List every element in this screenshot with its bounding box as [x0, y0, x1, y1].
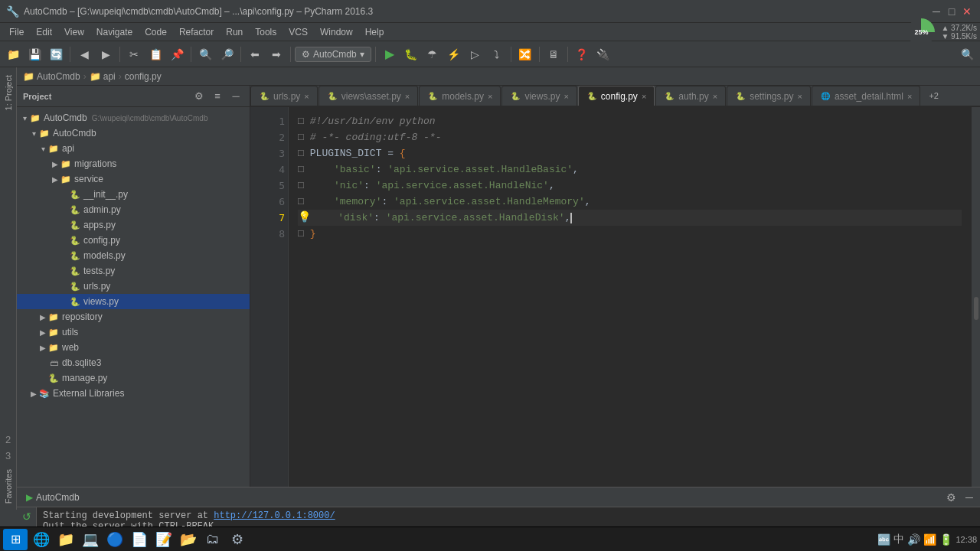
- menu-file[interactable]: File: [3, 25, 30, 39]
- tab-views-asset[interactable]: 🐍 views\asset.py ×: [318, 86, 418, 106]
- run-server-link[interactable]: http://127.0.0.1:8000/: [214, 510, 335, 521]
- toolbar-paste-btn[interactable]: 📌: [167, 44, 187, 64]
- panel-close-btn[interactable]: ─: [228, 89, 243, 104]
- tree-item-repository[interactable]: ▶ 📁 repository: [17, 309, 250, 324]
- tab-close-views-asset[interactable]: ×: [405, 92, 410, 101]
- menu-edit[interactable]: Edit: [30, 25, 58, 39]
- toolbar-search-everywhere[interactable]: 🔍: [957, 44, 977, 64]
- taskbar-icon-7[interactable]: 📂: [178, 529, 199, 550]
- toolbar-run-btn[interactable]: ▶: [380, 44, 400, 64]
- tab-close-settings[interactable]: ×: [798, 92, 802, 101]
- menu-vcs[interactable]: VCS: [283, 25, 314, 39]
- tree-item-tests[interactable]: 🐍 tests.py: [17, 263, 250, 279]
- tab-close-auth[interactable]: ×: [713, 92, 717, 101]
- systray-icon-4[interactable]: 📶: [923, 533, 936, 546]
- tree-item-db[interactable]: 🗃 db.sqlite3: [17, 355, 250, 370]
- toolbar-search-btn[interactable]: 🔍: [195, 44, 215, 64]
- menu-window[interactable]: Window: [314, 25, 359, 39]
- tab-close-config[interactable]: ×: [642, 92, 646, 101]
- menu-navigate[interactable]: Navigate: [90, 25, 139, 39]
- systray-icon-3[interactable]: 🔊: [907, 533, 920, 546]
- breadcrumb-api[interactable]: 📁 api: [90, 71, 116, 82]
- side-btn2[interactable]: 2: [5, 434, 11, 445]
- toolbar-cut-btn[interactable]: ✂: [124, 44, 144, 64]
- breadcrumb-file[interactable]: config.py: [125, 71, 162, 82]
- project-selector[interactable]: ⚙AutoCmdb▾: [295, 47, 371, 62]
- tab-close-views[interactable]: ×: [564, 92, 568, 101]
- toolbar-nav-fwd-btn[interactable]: ➡: [266, 44, 286, 64]
- taskbar-icon-3[interactable]: 💻: [80, 529, 101, 550]
- toolbar-debug-btn[interactable]: 🐛: [401, 44, 421, 64]
- toolbar-forward-btn[interactable]: ▶: [96, 44, 116, 64]
- toolbar-run2-btn[interactable]: ▷: [466, 44, 485, 64]
- tab-urls[interactable]: 🐍 urls.py ×: [250, 86, 318, 106]
- minimize-button[interactable]: ─: [929, 5, 943, 18]
- toolbar-sync-btn[interactable]: 🔄: [46, 44, 66, 64]
- run-restart-btn[interactable]: ↺: [18, 510, 35, 523]
- taskbar-icon-4[interactable]: 🔵: [104, 529, 126, 550]
- close-button[interactable]: ✕: [960, 5, 974, 18]
- tree-item-web[interactable]: ▶ 📁 web: [17, 340, 250, 355]
- maximize-button[interactable]: □: [945, 5, 959, 18]
- toolbar-nav-back-btn[interactable]: ⬅: [245, 44, 265, 64]
- tree-item-utils[interactable]: ▶ 📁 utils: [17, 324, 250, 340]
- panel-settings-btn[interactable]: ⚙: [191, 89, 207, 104]
- systray-icon-5[interactable]: 🔋: [939, 533, 952, 546]
- side-favorites-btn[interactable]: Favorites: [2, 466, 15, 507]
- code-content[interactable]: □ #!/usr/bin/env python □ # -*- coding:u…: [289, 107, 971, 487]
- taskbar-icon-1[interactable]: 🌐: [31, 529, 52, 550]
- tab-settings[interactable]: 🐍 settings.py ×: [727, 86, 811, 106]
- tree-item-admin[interactable]: 🐍 admin.py: [17, 202, 250, 217]
- toolbar-search2-btn[interactable]: 🔎: [217, 44, 237, 64]
- systray-icon-2[interactable]: 中: [893, 533, 904, 546]
- tab-auth[interactable]: 🐍 auth.py ×: [655, 86, 726, 106]
- panel-close-btn2[interactable]: ─: [962, 490, 977, 505]
- tab-close-urls[interactable]: ×: [304, 92, 309, 101]
- tab-asset-detail[interactable]: 🌐 asset_detail.html ×: [812, 86, 920, 106]
- breadcrumb-project[interactable]: 📁 AutoCmdb: [23, 71, 80, 82]
- tree-item-urls[interactable]: 🐍 urls.py: [17, 279, 250, 294]
- toolbar-help-btn[interactable]: ❓: [572, 44, 592, 64]
- toolbar-step-btn[interactable]: ⤵: [487, 44, 507, 64]
- side-project-btn[interactable]: 1: Project: [2, 70, 15, 115]
- tree-item-config[interactable]: 🐍 config.py: [17, 233, 250, 248]
- taskbar-icon-5[interactable]: 📄: [129, 529, 150, 550]
- tree-item-autocmdb[interactable]: ▾ 📁 AutoCmdb: [17, 126, 250, 141]
- tab-config[interactable]: 🐍 config.py ×: [578, 86, 655, 106]
- toolbar-terminal-btn[interactable]: 🖥: [544, 44, 564, 64]
- tree-item-service[interactable]: ▶ 📁 service: [17, 171, 250, 187]
- menu-refactor[interactable]: Refactor: [173, 25, 220, 39]
- systray-icon-1[interactable]: 🔤: [877, 533, 890, 546]
- menu-view[interactable]: View: [58, 25, 90, 39]
- bulb-icon-7[interactable]: 💡: [298, 210, 311, 226]
- toolbar-profile-btn[interactable]: ⚡: [444, 44, 464, 64]
- toolbar-back-btn[interactable]: ◀: [74, 44, 94, 64]
- tree-item-models[interactable]: 🐍 models.py: [17, 248, 250, 263]
- tab-close-asset-detail[interactable]: ×: [907, 92, 912, 101]
- taskbar-icon-6[interactable]: 📝: [153, 529, 175, 550]
- panel-settings-btn2[interactable]: ⚙: [943, 490, 959, 505]
- tree-item-ext-libs[interactable]: ▶ 📚 External Libraries: [17, 386, 250, 401]
- tab-views[interactable]: 🐍 views.py ×: [501, 86, 577, 106]
- code-editor[interactable]: 1 2 3 4 5 6 7 8 □ #!/usr/bin/env python: [250, 107, 980, 487]
- start-button[interactable]: ⊞: [3, 529, 28, 550]
- scroll-thumb[interactable]: [974, 297, 978, 320]
- tree-item-init[interactable]: 🐍 __init__.py: [17, 187, 250, 202]
- toolbar-save-btn[interactable]: 💾: [24, 44, 44, 64]
- toolbar-plugins-btn[interactable]: 🔌: [593, 44, 613, 64]
- tab-overflow-count[interactable]: +2: [924, 91, 943, 100]
- tree-item-project[interactable]: ▾ 📁 AutoCmdb G:\wupeiqi\cmdb\cmdb\AutoCm…: [17, 110, 250, 126]
- menu-run[interactable]: Run: [220, 25, 249, 39]
- taskbar-icon-8[interactable]: 🗂: [202, 529, 224, 550]
- tree-item-migrations[interactable]: ▶ 📁 migrations: [17, 156, 250, 171]
- taskbar-icon-2[interactable]: 📁: [55, 529, 77, 550]
- tab-close-models[interactable]: ×: [488, 92, 492, 101]
- side-btn3[interactable]: 3: [5, 450, 11, 461]
- menu-help[interactable]: Help: [359, 25, 390, 39]
- panel-collapse-btn[interactable]: ≡: [210, 89, 225, 104]
- taskbar-icon-9[interactable]: ⚙: [227, 529, 248, 550]
- menu-code[interactable]: Code: [139, 25, 173, 39]
- tree-item-api[interactable]: ▾ 📁 api: [17, 141, 250, 156]
- toolbar-copy-btn[interactable]: 📋: [145, 44, 165, 64]
- toolbar-vcs-btn[interactable]: 🔀: [515, 44, 535, 64]
